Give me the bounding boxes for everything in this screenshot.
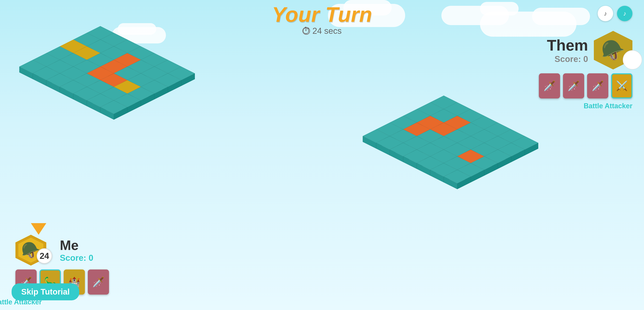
sound-icon: ♪ — [623, 10, 626, 17]
turn-title: Your Turn — [272, 4, 372, 25]
secondary-board[interactable] — [357, 83, 569, 237]
them-score-circle — [623, 50, 642, 70]
them-avatar-wrapper: 🪖 — [594, 31, 632, 70]
them-card-1[interactable]: 🗡️ — [539, 73, 560, 98]
me-avatar-container: 🪖 24 Me Score: 0 — [16, 235, 94, 266]
top-right-controls: ♪ ♪ — [598, 6, 632, 21]
music-button[interactable]: ♪ — [598, 6, 613, 21]
me-score-label: Score: 0 — [60, 253, 94, 263]
them-cards: 🗡️ 🗡️ 🗡️ ⚔️ Battle Attacker — [539, 73, 632, 98]
header: Your Turn ⏱ 24 secs — [272, 4, 372, 36]
me-score-badge: 24 — [37, 248, 52, 264]
sound-button[interactable]: ♪ — [617, 6, 632, 21]
them-card-4[interactable]: ⚔️ — [611, 73, 632, 98]
timer-label: 24 secs — [312, 26, 342, 36]
them-avatar-helmet: 🪖 — [601, 39, 625, 62]
them-card-3[interactable]: 🗡️ — [587, 73, 608, 98]
them-info: Them Score: 0 — [547, 37, 588, 64]
them-card-label: Battle Attacker — [584, 102, 632, 110]
me-info: Me Score: 0 — [60, 238, 94, 263]
player-them: Them Score: 0 🪖 🗡️ 🗡️ 🗡️ ⚔️ Battle Attac… — [539, 31, 632, 98]
timer-icon: ⏱ — [302, 27, 310, 35]
them-score: Score: 0 — [547, 54, 588, 64]
my-turn-arrow — [31, 223, 46, 235]
music-icon: ♪ — [604, 10, 607, 17]
me-score-number: 24 — [40, 251, 49, 261]
them-header: Them Score: 0 🪖 — [547, 31, 632, 70]
them-name: Them — [547, 37, 588, 54]
me-name: Me — [60, 238, 94, 253]
secondary-board-canvas — [357, 83, 569, 237]
skip-tutorial-button[interactable]: Skip Tutorial — [12, 283, 79, 300]
me-card-4[interactable]: 🗡️ — [88, 269, 109, 294]
them-card-2[interactable]: 🗡️ — [563, 73, 584, 98]
timer: ⏱ 24 secs — [272, 26, 372, 36]
